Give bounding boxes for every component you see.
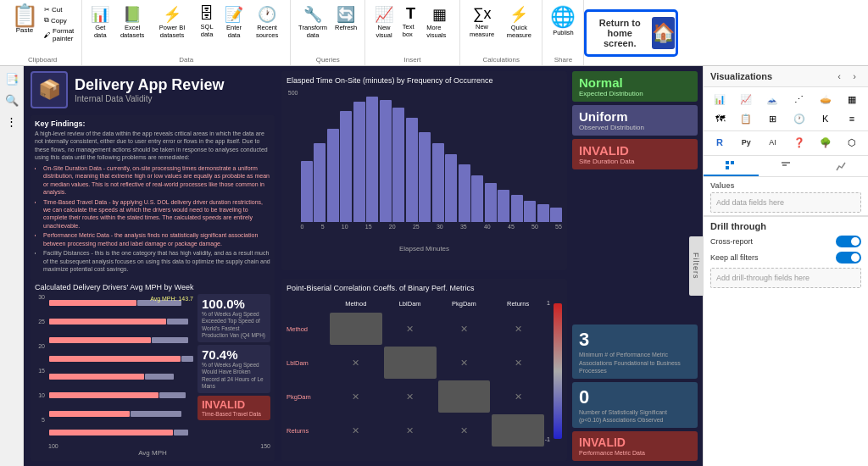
viz-metrics[interactable]: ⬡ xyxy=(839,133,865,152)
report-logo: 📦 xyxy=(31,71,68,108)
clipboard-label: Clipboard xyxy=(8,56,76,64)
home-icon-button[interactable]: 🏠 xyxy=(652,17,675,49)
excel-button[interactable]: 📗 Excel datasets xyxy=(115,3,149,41)
insert-group: 📈 New visual T Text box ▦ More visuals I… xyxy=(365,0,460,65)
drill-through-title: Drill through xyxy=(710,221,861,231)
new-measure-button[interactable]: ∑x New measure xyxy=(465,3,498,40)
viz-nav-forward[interactable]: › xyxy=(848,69,861,83)
paste-button[interactable]: 📋 Paste xyxy=(8,3,41,56)
insert-label: Insert xyxy=(370,56,454,64)
delivery-drivers-chart: Calculated Delivery Drivers' Avg MPH by … xyxy=(31,279,275,461)
copy-button[interactable]: ⧉ Copy xyxy=(42,15,76,25)
viz-area[interactable]: 🗻 xyxy=(760,90,785,108)
analytics-tab[interactable] xyxy=(813,156,868,176)
dist-normal: Normal Expected Distribution xyxy=(572,71,698,102)
filters-tab[interactable]: Filters xyxy=(689,236,703,296)
data-group: 📊 Get data 📗 Excel datasets ⚡ Power BI d… xyxy=(82,0,291,65)
report-subtitle: Internal Data Validity xyxy=(75,94,224,103)
viz-scatter[interactable]: ⋰ xyxy=(786,90,811,108)
dist-invalid: INVALID Site Duration Data xyxy=(572,139,698,169)
elapsed-chart: Elasped Time On-Site (minutes) by Freque… xyxy=(281,71,567,270)
viz-py[interactable]: Py xyxy=(733,133,759,152)
new-visual-button[interactable]: 📈 New visual xyxy=(370,3,397,41)
enter-data-button[interactable]: 📝 Enter data xyxy=(221,3,247,41)
return-home-button[interactable]: Return to home screen. xyxy=(587,13,652,53)
visualizations-title: Visualizations xyxy=(710,71,772,81)
share-label: Share xyxy=(548,56,578,64)
stat-0: 0 Number of Statistically Significant (p… xyxy=(572,382,698,428)
share-group: 🌐 Publish Share xyxy=(542,0,584,65)
elapsed-xlabel: Elapsed Minutes xyxy=(287,245,562,252)
cut-button[interactable]: ✂ Cut xyxy=(42,5,76,14)
viz-bar[interactable]: 📊 xyxy=(707,90,732,108)
visualizations-panel: Visualizations ‹ › 📊 📈 🗻 ⋰ 🥧 ▦ 🗺 📋 ⊞ 🕐 K xyxy=(703,66,868,466)
ribbon: 📋 Paste ✂ Cut ⧉ Copy 🖌 Format painter Cl… xyxy=(0,0,868,66)
cross-report-toggle[interactable] xyxy=(836,236,861,247)
cross-report-label: Cross-report xyxy=(710,237,753,246)
toolbar-icon-2[interactable]: 🔍 xyxy=(3,91,21,109)
stats-panel: 3 Minimum # of Performance Metric Associ… xyxy=(572,325,698,461)
viz-matrix[interactable]: ⊞ xyxy=(760,109,785,128)
viz-nav-back[interactable]: ‹ xyxy=(832,69,846,83)
stat-3: 3 Minimum # of Performance Metric Associ… xyxy=(572,325,698,378)
data-group-label: Data xyxy=(87,56,285,64)
report-canvas: 📦 Delivery App Review Internal Data Vali… xyxy=(24,66,703,466)
viz-line[interactable]: 📈 xyxy=(733,90,759,108)
toolbar-icon-3[interactable]: ⋮ xyxy=(3,112,21,130)
transform-button[interactable]: 🔧 Transform data xyxy=(296,3,330,41)
sql-button[interactable]: 🗄 SQL data xyxy=(195,3,219,40)
stat-invalid: INVALID Performance Metric Data xyxy=(572,431,698,461)
viz-kpi[interactable]: K xyxy=(813,109,838,128)
viz-r[interactable]: R xyxy=(707,133,732,152)
format-tab[interactable] xyxy=(759,156,814,176)
elapsed-chart-title: Elasped Time On-Site (minutes) by Freque… xyxy=(287,76,562,85)
viz-qa[interactable]: ❓ xyxy=(786,133,811,152)
keep-filters-label: Keep all filters xyxy=(710,253,759,262)
distribution-panel: Normal Expected Distribution Uniform Obs… xyxy=(572,71,698,169)
text-box-button[interactable]: T Text box xyxy=(400,3,422,40)
key-findings-text: A high-level review of the data within t… xyxy=(35,130,270,275)
dist-uniform: Uniform Observed Distribution xyxy=(572,105,698,136)
drill-fields-drop-zone[interactable]: Add drill-through fields here xyxy=(710,268,861,288)
corr-title: Point-Biserial Correlation Coeffs. of Bi… xyxy=(287,284,562,292)
svg-rect-2 xyxy=(726,166,729,169)
svg-rect-1 xyxy=(731,161,734,164)
toolbar-icon-1[interactable]: 📑 xyxy=(3,69,21,88)
report-header: 📦 Delivery App Review Internal Data Vali… xyxy=(31,71,224,108)
values-label: Values xyxy=(710,181,861,190)
keep-filters-toggle[interactable] xyxy=(836,252,861,264)
key-findings-title: Key Findings: xyxy=(35,119,270,128)
queries-label: Queries xyxy=(296,56,359,64)
delivery-chart: Point-Biserial Correlation Coeffs. of Bi… xyxy=(281,279,567,461)
recent-sources-button[interactable]: 🕐 Recent sources xyxy=(249,3,285,41)
viz-pie[interactable]: 🥧 xyxy=(813,90,838,108)
powerbi-button[interactable]: ⚡ Power BI datasets xyxy=(152,3,192,41)
format-painter-button[interactable]: 🖌 Format painter xyxy=(42,26,76,43)
viz-map[interactable]: 🗺 xyxy=(707,109,732,128)
viz-table[interactable]: 📋 xyxy=(733,109,759,128)
refresh-button[interactable]: 🔄 Refresh xyxy=(332,3,359,33)
viz-decomp[interactable]: 🌳 xyxy=(813,133,838,152)
calculations-group: ∑x New measure ⚡ Quick measure Calculati… xyxy=(460,0,543,65)
build-visual-tab[interactable] xyxy=(704,156,759,176)
report-title: Delivery App Review xyxy=(75,76,224,94)
quick-measure-button[interactable]: ⚡ Quick measure xyxy=(501,3,537,41)
svg-rect-0 xyxy=(726,161,729,164)
viz-gauge[interactable]: 🕐 xyxy=(786,109,811,128)
viz-slicer[interactable]: ≡ xyxy=(839,109,865,128)
values-drop-zone[interactable]: Add data fields here xyxy=(710,192,861,213)
viz-ai[interactable]: AI xyxy=(760,133,785,152)
publish-button[interactable]: 🌐 Publish xyxy=(548,3,578,38)
left-toolbar: 📑 🔍 ⋮ xyxy=(0,66,24,466)
visualizations-header: Visualizations ‹ › xyxy=(704,66,868,87)
clipboard-group: 📋 Paste ✂ Cut ⧉ Copy 🖌 Format painter Cl… xyxy=(3,0,82,65)
get-data-button[interactable]: 📊 Get data xyxy=(87,3,113,41)
more-visuals-button[interactable]: ▦ More visuals xyxy=(424,3,454,41)
queries-group: 🔧 Transform data 🔄 Refresh Queries xyxy=(291,0,365,65)
viz-treemap[interactable]: ▦ xyxy=(839,90,865,108)
calculations-label: Calculations xyxy=(465,56,537,64)
